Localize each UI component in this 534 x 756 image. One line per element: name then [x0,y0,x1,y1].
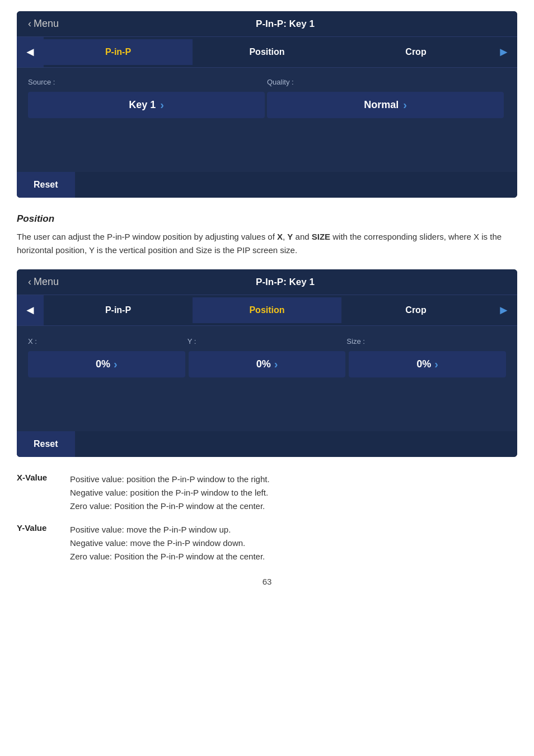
yvalue-item: Y-Value Positive value: move the P-in-P … [17,523,517,563]
section1-text: The user can adjust the P-in-P window po… [17,230,517,257]
panel2-footer: Reset [17,431,517,457]
panel2-col-labels: X : Y : Size : [28,334,506,347]
panel2-tabs: ◄ P-in-P Position Crop ► [17,295,517,326]
panel2-tab-pip[interactable]: P-in-P [44,297,193,323]
panel1-footer: Reset [17,172,517,198]
panel1-col-labels: Source : Quality : [28,76,506,87]
panel1-col2-chevron: › [403,99,407,111]
chevron-left-icon: ‹ [28,18,31,30]
panel1-col1-value[interactable]: Key 1 › [28,92,265,118]
chevron-left-icon-2: ‹ [28,276,31,288]
panel1-tab-pip[interactable]: P-in-P [44,39,193,65]
panel1-tab-crop[interactable]: Crop [341,39,490,65]
panel1-col1-label: Source : [28,76,267,87]
panel2-spacer [17,386,517,431]
panel1-back[interactable]: ‹ Menu [28,18,59,30]
panel1-tab-right-arrow[interactable]: ► [490,37,517,67]
panel-1: ‹ Menu P-In-P: Key 1 ◄ P-in-P Position C… [17,11,517,198]
panel1-tab-position[interactable]: Position [193,39,341,65]
yvalue-text: Positive value: move the P-in-P window u… [70,523,265,563]
panel2-x-chevron: › [114,358,118,371]
panel2-reset-button[interactable]: Reset [17,431,75,457]
panel2-col2-label: Y : [188,334,347,347]
panel1-col1-chevron: › [160,99,164,111]
panel1-tabs: ◄ P-in-P Position Crop ► [17,37,517,68]
panel2-back-label[interactable]: Menu [34,276,59,288]
panel2-tab-right-arrow[interactable]: ► [490,295,517,325]
panel1-col2-value[interactable]: Normal › [267,92,504,118]
panel2-y-value[interactable]: 0% › [189,351,346,377]
panel-2: ‹ Menu P-In-P: Key 1 ◄ P-in-P Position C… [17,269,517,457]
panel2-title: P-In-P: Key 1 [64,277,506,288]
panel2-header: ‹ Menu P-In-P: Key 1 [17,269,517,295]
panel2-tab-crop[interactable]: Crop [341,297,490,323]
panel1-reset-button[interactable]: Reset [17,172,75,198]
panel1-back-label[interactable]: Menu [34,18,59,30]
section1-title: Position [17,213,517,225]
panel2-tab-position[interactable]: Position [193,297,341,323]
panel1-title: P-In-P: Key 1 [64,18,506,30]
panel1-col2-label: Quality : [267,76,506,87]
panel1-header: ‹ Menu P-In-P: Key 1 [17,11,517,37]
panel2-tab-left-arrow[interactable]: ◄ [17,295,44,325]
panel1-values: Key 1 › Normal › [28,87,506,127]
panel2-col1-label: X : [28,334,188,347]
panel1-spacer [17,127,517,172]
panel2-values: 0% › 0% › 0% › [28,347,506,386]
panel2-y-chevron: › [274,358,278,371]
panel2-size-chevron: › [434,358,438,371]
yvalue-label: Y-Value [17,523,59,533]
xvalue-label: X-Value [17,473,59,482]
panel1-tab-left-arrow[interactable]: ◄ [17,37,44,67]
panel2-back[interactable]: ‹ Menu [28,276,59,288]
xvalue-item: X-Value Positive value: position the P-i… [17,473,517,513]
xvalue-text: Positive value: position the P-in-P wind… [70,473,270,513]
description-list: X-Value Positive value: position the P-i… [17,473,517,563]
page-number: 63 [17,577,517,586]
panel2-x-value[interactable]: 0% › [28,351,185,377]
panel2-content: X : Y : Size : 0% › 0% › 0% › [17,326,517,386]
panel2-col3-label: Size : [346,334,506,347]
panel1-content: Source : Quality : Key 1 › Normal › [17,68,517,127]
panel2-size-value[interactable]: 0% › [349,351,506,377]
